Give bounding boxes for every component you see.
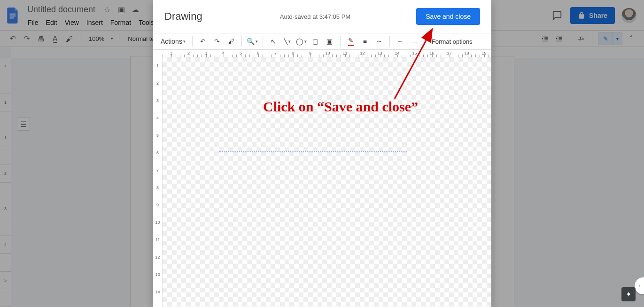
border-dash-icon[interactable]: ┄ [373, 35, 385, 47]
undo-icon[interactable]: ↶ [197, 35, 209, 47]
drawing-toolbar: Actions ↶ ↷ 🖌 🔍 ↖ ╲ ◯ ▢ ▣ ✎ ≡ ┄ ← — Form… [153, 33, 491, 50]
shape-tool-icon[interactable]: ◯ [296, 35, 307, 47]
drawing-canvas[interactable] [163, 57, 491, 307]
actions-menu[interactable]: Actions [159, 35, 187, 47]
drawing-horizontal-ruler[interactable]: 12345678910111213141516171819 [163, 50, 491, 57]
separator [192, 36, 193, 47]
explore-button[interactable]: ✦ [621, 287, 636, 301]
redo-icon[interactable]: ↷ [211, 35, 223, 47]
border-color-icon[interactable]: ✎ [345, 35, 357, 47]
separator [263, 36, 263, 47]
autosave-status: Auto-saved at 3:47:05 PM [280, 13, 350, 20]
save-and-close-button[interactable]: Save and close [416, 8, 480, 25]
textbox-tool-icon[interactable]: ▢ [310, 35, 321, 47]
separator [241, 36, 242, 47]
separator [340, 36, 341, 47]
dialog-header: Drawing Auto-saved at 3:47:05 PM Save an… [153, 0, 491, 33]
format-options-button[interactable]: Format options [432, 38, 473, 45]
select-tool-icon[interactable]: ↖ [268, 35, 279, 47]
drawn-dotted-line-shape[interactable] [219, 151, 407, 152]
drawing-dialog: Drawing Auto-saved at 3:47:05 PM Save an… [153, 0, 491, 307]
separator [389, 36, 390, 47]
separator [425, 36, 425, 47]
line-tool-icon[interactable]: ╲ [282, 35, 293, 47]
paint-format-icon[interactable]: 🖌 [225, 35, 237, 47]
line-end-icon[interactable]: — [409, 35, 420, 47]
dialog-title: Drawing [164, 10, 202, 23]
border-weight-icon[interactable]: ≡ [359, 35, 371, 47]
line-start-icon[interactable]: ← [395, 35, 406, 47]
image-tool-icon[interactable]: ▣ [324, 35, 335, 47]
drawing-vertical-ruler[interactable]: 1234567891011121314 [153, 57, 163, 307]
zoom-icon[interactable]: 🔍 [247, 35, 258, 47]
